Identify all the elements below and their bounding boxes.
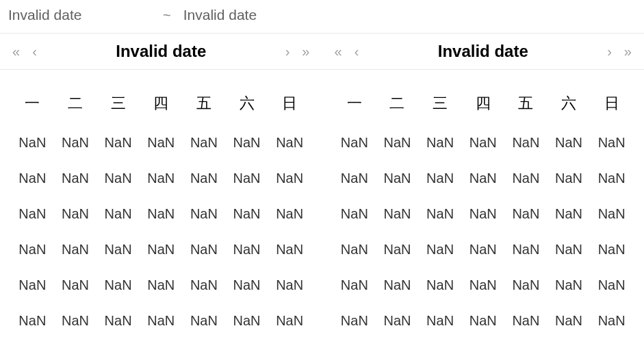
calendar-cell[interactable]: NaN: [183, 130, 226, 155]
calendar-row: NaNNaNNaNNaNNaNNaNNaN: [11, 237, 311, 262]
left-calendar: 一 二 三 四 五 六 日 NaNNaNNaNNaNNaNNaNNaNNaNNa…: [0, 70, 322, 344]
calendar-cell[interactable]: NaN: [504, 273, 548, 297]
calendar-cell[interactable]: NaN: [504, 308, 548, 333]
calendar-cell[interactable]: NaN: [419, 237, 462, 262]
calendar-cell[interactable]: NaN: [548, 130, 591, 155]
calendar-cell[interactable]: NaN: [333, 308, 376, 333]
calendar-cell[interactable]: NaN: [268, 130, 311, 155]
calendar-cell[interactable]: NaN: [183, 237, 226, 262]
calendar-cell[interactable]: NaN: [183, 166, 226, 190]
calendar-cell[interactable]: NaN: [54, 201, 97, 226]
calendar-cell[interactable]: NaN: [376, 237, 419, 262]
calendar-cell[interactable]: NaN: [225, 308, 268, 333]
calendar-cell[interactable]: NaN: [96, 130, 140, 155]
calendar-cell[interactable]: NaN: [504, 201, 548, 226]
calendar-cell[interactable]: NaN: [548, 201, 591, 226]
calendar-cell[interactable]: NaN: [590, 201, 633, 226]
calendar-cell[interactable]: NaN: [11, 201, 54, 226]
calendar-cell[interactable]: NaN: [461, 130, 504, 155]
calendar-cell[interactable]: NaN: [140, 273, 183, 297]
calendar-cell[interactable]: NaN: [183, 308, 226, 333]
calendar-cell[interactable]: NaN: [140, 166, 183, 190]
calendar-cell[interactable]: NaN: [419, 130, 462, 155]
right-calendar-title[interactable]: Invalid date: [438, 42, 528, 61]
calendar-cell[interactable]: NaN: [590, 166, 633, 190]
calendar-cell[interactable]: NaN: [225, 201, 268, 226]
calendar-cell[interactable]: NaN: [548, 308, 591, 333]
calendar-cell[interactable]: NaN: [548, 237, 591, 262]
calendar-cell[interactable]: NaN: [183, 201, 226, 226]
calendar-cell[interactable]: NaN: [504, 166, 548, 190]
calendar-cell[interactable]: NaN: [11, 273, 54, 297]
next-month-icon[interactable]: ›: [604, 43, 615, 60]
calendar-cell[interactable]: NaN: [333, 237, 376, 262]
calendar-cell[interactable]: NaN: [96, 201, 140, 226]
calendar-cell[interactable]: NaN: [590, 130, 633, 155]
calendar-cell[interactable]: NaN: [11, 308, 54, 333]
calendar-cell[interactable]: NaN: [54, 130, 97, 155]
calendar-cell[interactable]: NaN: [183, 273, 226, 297]
calendar-cell[interactable]: NaN: [376, 273, 419, 297]
calendar-cell[interactable]: NaN: [268, 273, 311, 297]
calendar-cell[interactable]: NaN: [140, 130, 183, 155]
calendar-cell[interactable]: NaN: [268, 166, 311, 190]
calendar-cell[interactable]: NaN: [333, 130, 376, 155]
calendar-cell[interactable]: NaN: [333, 166, 376, 190]
calendar-cell[interactable]: NaN: [225, 166, 268, 190]
calendar-cell[interactable]: NaN: [96, 273, 140, 297]
calendar-cell[interactable]: NaN: [504, 130, 548, 155]
next-year-icon[interactable]: »: [621, 43, 634, 60]
calendar-cell[interactable]: NaN: [461, 273, 504, 297]
calendar-cell[interactable]: NaN: [225, 130, 268, 155]
calendar-cell[interactable]: NaN: [376, 166, 419, 190]
calendar-cell[interactable]: NaN: [376, 308, 419, 333]
prev-year-icon[interactable]: «: [332, 43, 345, 60]
calendar-cell[interactable]: NaN: [54, 273, 97, 297]
calendar-cell[interactable]: NaN: [461, 237, 504, 262]
calendar-cell[interactable]: NaN: [419, 166, 462, 190]
calendar-cell[interactable]: NaN: [590, 308, 633, 333]
calendar-cell[interactable]: NaN: [96, 308, 140, 333]
calendar-cell[interactable]: NaN: [11, 166, 54, 190]
calendar-cell[interactable]: NaN: [268, 308, 311, 333]
start-date-input[interactable]: [8, 7, 159, 23]
left-calendar-title[interactable]: Invalid date: [116, 42, 206, 61]
calendar-cell[interactable]: NaN: [504, 237, 548, 262]
calendar-cell[interactable]: NaN: [548, 273, 591, 297]
calendar-cell[interactable]: NaN: [590, 237, 633, 262]
calendar-cell[interactable]: NaN: [590, 273, 633, 297]
calendar-cell[interactable]: NaN: [461, 166, 504, 190]
weekday-header: 三: [96, 90, 140, 119]
calendar-cell[interactable]: NaN: [268, 237, 311, 262]
calendar-cell[interactable]: NaN: [376, 130, 419, 155]
prev-year-icon[interactable]: «: [10, 43, 23, 60]
end-date-input[interactable]: [183, 7, 334, 23]
calendar-cell[interactable]: NaN: [333, 201, 376, 226]
calendar-cell[interactable]: NaN: [461, 201, 504, 226]
calendar-cell[interactable]: NaN: [54, 166, 97, 190]
calendar-cell[interactable]: NaN: [54, 308, 97, 333]
calendar-cell[interactable]: NaN: [140, 237, 183, 262]
calendar-cell[interactable]: NaN: [419, 201, 462, 226]
calendar-cell[interactable]: NaN: [11, 237, 54, 262]
calendar-cell[interactable]: NaN: [419, 308, 462, 333]
prev-month-icon[interactable]: ‹: [29, 43, 40, 60]
calendar-cell[interactable]: NaN: [54, 237, 97, 262]
calendar-cell[interactable]: NaN: [11, 130, 54, 155]
calendar-cell[interactable]: NaN: [140, 308, 183, 333]
calendar-cell[interactable]: NaN: [225, 237, 268, 262]
weekday-header: 五: [183, 90, 226, 119]
calendar-cell[interactable]: NaN: [96, 166, 140, 190]
calendar-cell[interactable]: NaN: [461, 308, 504, 333]
calendar-cell[interactable]: NaN: [419, 273, 462, 297]
calendar-cell[interactable]: NaN: [96, 237, 140, 262]
prev-month-icon[interactable]: ‹: [352, 43, 362, 60]
calendar-cell[interactable]: NaN: [225, 273, 268, 297]
calendar-cell[interactable]: NaN: [333, 273, 376, 297]
next-year-icon[interactable]: »: [299, 43, 312, 60]
calendar-cell[interactable]: NaN: [548, 166, 591, 190]
calendar-cell[interactable]: NaN: [268, 201, 311, 226]
calendar-cell[interactable]: NaN: [376, 201, 419, 226]
next-month-icon[interactable]: ›: [283, 43, 293, 60]
calendar-cell[interactable]: NaN: [140, 201, 183, 226]
